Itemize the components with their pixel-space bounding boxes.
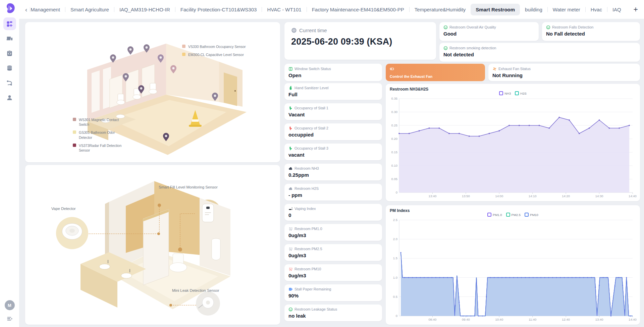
svg-text:0.30: 0.30 [391,110,398,114]
svg-text:0.10: 0.10 [391,164,398,167]
legend-marker [525,213,529,217]
add-tab-button[interactable]: + [634,5,638,14]
legend-pm1-0[interactable]: PM1.0 [487,213,502,217]
pm-index-chart-plot: 00.51.01.52.02.508:4009:4010:4011:4012:4… [388,218,637,323]
sensor-tile-restroom-h2s: Restroom H2S- ppm [284,184,382,201]
air-quality-value: Good [443,31,535,37]
cloud-icon [288,186,293,191]
current-time-label: Current time [291,28,429,33]
tabs: ManagementSmart AgricultureIAQ_AM319-HCH… [30,4,629,15]
dots-icon [288,247,293,251]
sensor-tile-stall-paper-remaining: Stall Paper Remaining90% [284,284,382,301]
legend-swatch [182,53,185,56]
database-icon[interactable] [3,62,16,74]
paper-icon [288,287,293,291]
tab-hvac-wt101[interactable]: HVAC - WT101 [262,4,306,15]
sensor-value: occuppied [288,132,378,138]
tab-smart-agriculture[interactable]: Smart Agriculture [65,4,114,15]
sensor-tile-restroom-pm1-0: Restroom PM1.00ug/m3 [284,224,382,241]
nh3-h2s-chart-title: Restroom NH3&H2S [390,87,428,92]
tab-iaq-am319-hcho-ir[interactable]: IAQ_AM319-HCHO-IR [114,4,175,15]
restroom-overview-illustration-card: VS330 Bathroom Occupancy SensorEM300-CL … [25,22,280,162]
sensor-tile-occupancy-of-stall-2: Occupancy of Stall 2occuppied [284,123,382,140]
legend-pm10[interactable]: PM10 [525,213,538,217]
tab-temperature-humidity[interactable]: Temperature&Humidity [410,4,471,15]
sensor-tile-restroom-nh3: Restroom NH30.25ppm [284,164,382,180]
svg-text:0.20: 0.20 [391,137,398,141]
legend-nh3[interactable]: NH3 [499,91,511,95]
cloud-icon [288,166,293,171]
sensor-tile-restroom-pm2-5: Restroom PM2.50ug/m3 [284,244,382,261]
legend-swatch [73,130,76,134]
air-quality-card: Restroom Overall Air Quality Good [439,22,539,41]
user-icon[interactable] [3,91,16,104]
svg-text:0.15: 0.15 [391,150,398,154]
sensor-tile-vaping-index: Vaping Index0 [284,204,382,221]
sensor-value: 0ug/m3 [288,232,378,238]
bathroom-isometric-illustration [25,165,280,325]
sensor-value: Full [288,92,378,97]
dashboard-icon[interactable] [3,17,16,30]
sensor-tiles: Hand Sanitizer LevelFullOccupancy of Sta… [284,83,382,321]
globe-icon [291,28,297,33]
app-logo [4,3,16,14]
nh3-h2s-chart-legend: NH3H2S [386,91,640,95]
sensor-value: - ppm [288,192,378,198]
legend-pm2-5[interactable]: PM2.5 [506,213,521,217]
tab-bar: ‹ ManagementSmart AgricultureIAQ_AM319-H… [19,0,644,19]
tab-factory-maintenance-em410-em500-pp[interactable]: Factory Maintenance-EM410&EM500-PP [307,4,409,15]
toilet-icon [288,106,293,110]
legend-marker [487,213,491,217]
legend-item-gs301-bathroom-odor-detector: GS301 Bathroom Odor Detector [73,130,126,140]
tab-iaq[interactable]: IAQ [607,4,626,15]
nh3-h2s-chart-card: Restroom NH3&H2S NH3H2S 00.050.100.150.2… [386,84,640,201]
tab-management[interactable]: Management [30,4,65,15]
svg-text:0.25: 0.25 [391,123,398,127]
sensor-tile-restroom-leakage-status: Restroom Leakage Statusno leak [284,305,382,321]
smiley-icon [546,25,550,30]
exhaust-fan-status-card: Exhaust Fan Status Not Running [488,64,640,81]
svg-text:0.5: 0.5 [393,295,397,298]
sensor-tile-hand-sanitizer-level: Hand Sanitizer LevelFull [284,83,382,100]
toilet-icon [288,146,293,151]
legend-marker [499,91,503,95]
sidebar-bottom: M [0,300,19,322]
tab-facility-protection-ct101-ws303[interactable]: Facility Protection-CT101&WS303 [175,4,262,15]
svg-text:13:40: 13:40 [595,318,603,321]
code-board-icon[interactable] [3,47,16,60]
falls-detection-card: Restroom Falls Detection No Fall detecte… [542,22,640,41]
restroom-isometric-illustration [25,22,280,162]
tabs-scroll-left-chevron[interactable]: ‹ [25,6,27,13]
current-time-card: Current time 2025-06-20 09:39 (KSA) [284,22,436,60]
devices-icon[interactable] [3,32,16,45]
tab-hvac[interactable]: Hvac [586,4,607,15]
svg-text:14:40: 14:40 [629,318,637,321]
sensor-value: 0.25ppm [288,172,378,178]
svg-text:10:40: 10:40 [495,318,503,321]
sensor-value: 0ug/m3 [288,273,378,278]
legend-marker [515,91,519,95]
legend-h2s[interactable]: H2S [515,91,526,95]
svg-text:0.05: 0.05 [391,177,398,181]
tab-building[interactable]: building [520,4,547,15]
workflow-icon[interactable] [3,76,16,89]
pm-index-chart-card: PM Indexs PM1.0PM2.5PM10 00.51.01.52.02.… [386,205,640,325]
illustration-legend-right: VS330 Bathroom Occupancy SensorEM300-CL … [182,44,246,57]
smiley-icon [443,25,448,30]
svg-text:0: 0 [396,190,397,194]
current-time-value: 2025-06-20 09:39 (KSA) [291,37,429,47]
tab-water-meter[interactable]: Water meter [548,4,585,15]
sensor-value: vacant [288,152,378,158]
sanitizer-icon [288,86,293,90]
sensor-value: 0 [288,212,378,218]
svg-text:14:30: 14:30 [595,194,603,198]
illustration-legend-left: WS301 Magnetic Contact SwitchGS301 Bathr… [73,117,126,153]
tab-smart-restroom[interactable]: Smart Restroom [471,4,520,15]
control-exhaust-fan-button[interactable]: Control the Exhaust Fan [386,64,485,81]
sensor-tile-restroom-pm10: Restroom PM100ug/m3 [284,264,382,281]
svg-text:14:40: 14:40 [629,194,637,198]
fan-icon [492,67,497,71]
avatar[interactable]: M [5,300,15,310]
svg-text:14:10: 14:10 [529,194,537,198]
collapse-menu-icon[interactable] [6,316,13,322]
